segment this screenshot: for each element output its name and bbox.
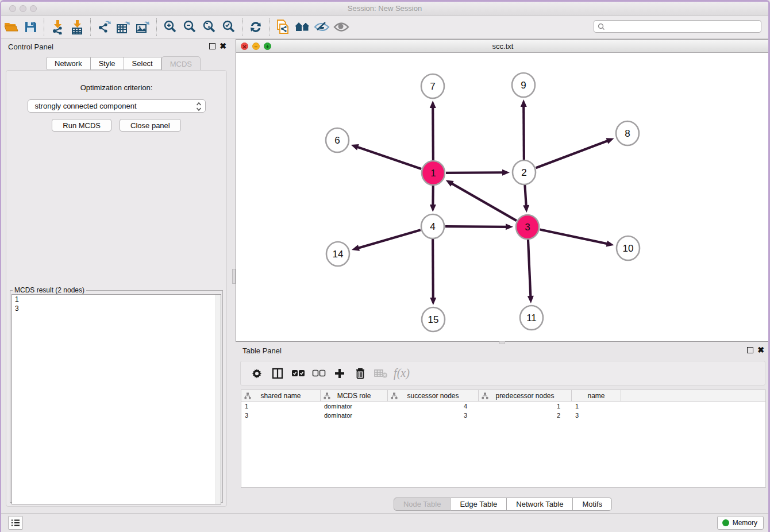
- edge-1-2[interactable]: [446, 172, 503, 173]
- window-titlebar: Session: New Session: [1, 2, 768, 16]
- tab-network-table[interactable]: Network Table: [507, 498, 573, 511]
- save-session-icon[interactable]: [21, 18, 40, 36]
- tab-edge-table[interactable]: Edge Table: [451, 498, 507, 511]
- home-icon[interactable]: [292, 18, 312, 36]
- search-icon: [598, 23, 605, 30]
- node-6[interactable]: 6: [326, 128, 349, 152]
- node-label: 9: [521, 80, 526, 91]
- toolbar-separator: [90, 18, 91, 36]
- run-mcds-button[interactable]: Run MCDS: [52, 119, 111, 132]
- table-cell[interactable]: 2: [479, 411, 572, 420]
- node-1[interactable]: 1: [422, 161, 445, 185]
- edge-1-6[interactable]: [357, 147, 421, 169]
- zoom-selected-icon[interactable]: [219, 18, 238, 36]
- edge-4-3[interactable]: [445, 226, 507, 227]
- edge-3-1[interactable]: [451, 183, 517, 221]
- table-cell[interactable]: 4: [388, 402, 479, 411]
- tab-style[interactable]: Style: [91, 57, 124, 70]
- import-network-icon[interactable]: [48, 18, 67, 36]
- column-header-label: predecessor nodes: [495, 392, 554, 400]
- export-image-icon[interactable]: [133, 18, 153, 36]
- edge-2-8[interactable]: [536, 141, 609, 168]
- column-header-predecessor-nodes[interactable]: predecessor nodes: [479, 390, 572, 402]
- network-canvas[interactable]: 7968124314101511: [236, 53, 769, 341]
- table-row[interactable]: 3dominator323: [241, 411, 765, 420]
- hide-details-icon[interactable]: [312, 18, 332, 36]
- mcds-result-list[interactable]: 13: [11, 294, 221, 504]
- import-table-icon[interactable]: [67, 18, 87, 36]
- zoom-fit-icon[interactable]: [199, 18, 219, 36]
- memory-button[interactable]: Memory: [717, 516, 764, 530]
- node-10[interactable]: 10: [617, 236, 640, 260]
- delete-table-icon: [371, 364, 391, 383]
- table-cell[interactable]: dominator: [321, 402, 388, 411]
- tab-node-table[interactable]: Node Table: [394, 498, 451, 511]
- table-cell[interactable]: 1: [241, 402, 321, 411]
- open-session-icon[interactable]: [1, 18, 21, 36]
- apply-layout-icon[interactable]: [246, 18, 265, 36]
- node-8[interactable]: 8: [616, 121, 639, 145]
- tab-select[interactable]: Select: [124, 57, 161, 70]
- edge-4-14[interactable]: [358, 230, 421, 248]
- add-column-icon[interactable]: [329, 364, 350, 383]
- column-header-shared-name[interactable]: shared name: [241, 390, 321, 402]
- table-row[interactable]: 1dominator411: [241, 402, 765, 411]
- deselect-all-icon[interactable]: [309, 364, 329, 383]
- optimization-criterion-select[interactable]: strongly connected component: [28, 99, 206, 113]
- float-panel-icon[interactable]: [209, 43, 215, 49]
- search-input[interactable]: [608, 21, 757, 32]
- node-label: 1: [430, 168, 436, 179]
- close-panel-icon[interactable]: ✖: [220, 43, 226, 50]
- settings-gear-icon[interactable]: [247, 364, 267, 383]
- edge-3-11[interactable]: [528, 240, 530, 297]
- table-cell[interactable]: 3: [388, 411, 479, 420]
- table-cell[interactable]: 3: [572, 411, 621, 420]
- close-panel-button[interactable]: Close panel: [120, 119, 181, 132]
- table-panel-title: Table Panel: [242, 346, 282, 355]
- edge-2-9[interactable]: [523, 106, 524, 160]
- table-toolbar: f(x): [240, 361, 765, 385]
- export-table-icon[interactable]: [114, 18, 133, 36]
- tab-mcds[interactable]: MCDS: [161, 56, 201, 71]
- hierarchy-icon: [482, 392, 488, 399]
- toolbar-separator: [44, 18, 44, 36]
- column-header-successor-nodes[interactable]: successor nodes: [388, 390, 479, 402]
- node-2[interactable]: 2: [513, 160, 536, 184]
- task-history-button[interactable]: [8, 516, 23, 530]
- node-7[interactable]: 7: [421, 74, 444, 98]
- node-9[interactable]: 9: [512, 73, 535, 97]
- table-cell[interactable]: 1: [479, 402, 572, 411]
- column-view-icon[interactable]: [267, 364, 288, 383]
- edge-arrow-2-3: [523, 205, 529, 213]
- zoom-out-icon[interactable]: [180, 18, 199, 36]
- network-graph: 7968124314101511: [236, 53, 769, 341]
- table-cell[interactable]: 3: [241, 411, 321, 420]
- edge-1-7[interactable]: [433, 107, 433, 160]
- table-cell[interactable]: dominator: [321, 411, 388, 420]
- result-scrollbar[interactable]: [215, 295, 221, 504]
- node-15[interactable]: 15: [422, 307, 445, 331]
- export-network-icon[interactable]: [94, 18, 114, 36]
- edge-4-15[interactable]: [433, 239, 433, 299]
- node-4[interactable]: 4: [421, 214, 444, 238]
- edge-2-3[interactable]: [525, 185, 526, 206]
- zoom-in-icon[interactable]: [160, 18, 180, 36]
- select-all-icon[interactable]: [288, 364, 309, 383]
- edge-3-10[interactable]: [540, 230, 608, 244]
- column-header-name[interactable]: name: [572, 390, 621, 402]
- control-panel: Control Panel ✖ NetworkStyleSelectMCDS O…: [1, 39, 232, 513]
- node-14[interactable]: 14: [326, 242, 349, 266]
- node-3[interactable]: 3: [516, 215, 539, 239]
- clone-network-icon[interactable]: [273, 18, 292, 36]
- table-cell[interactable]: 1: [572, 402, 621, 411]
- show-details-icon[interactable]: [332, 18, 351, 36]
- chevron-up-down-icon: [196, 102, 202, 111]
- float-table-panel-icon[interactable]: [747, 347, 753, 353]
- tab-motifs[interactable]: Motifs: [573, 498, 612, 511]
- function-builder-icon: f(x): [391, 364, 412, 383]
- column-header-MCDS-role[interactable]: MCDS role: [321, 390, 388, 402]
- delete-column-icon[interactable]: [350, 364, 371, 383]
- close-table-panel-icon[interactable]: ✖: [757, 346, 764, 354]
- node-11[interactable]: 11: [520, 306, 543, 330]
- tab-network[interactable]: Network: [46, 57, 91, 70]
